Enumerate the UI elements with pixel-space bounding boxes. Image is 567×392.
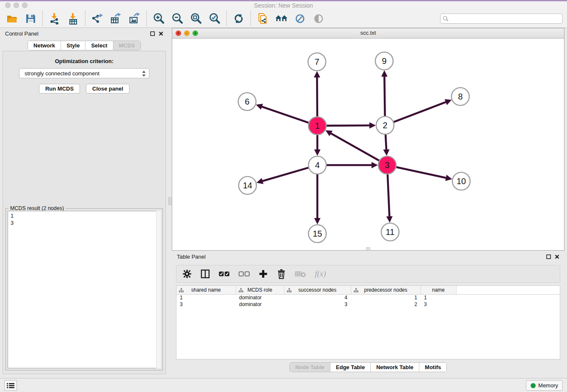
graph-node-15[interactable]: 15 xyxy=(308,225,326,243)
table-row[interactable]: 1 dominator 4 1 1 xyxy=(176,294,560,301)
graph-edge-3-1[interactable] xyxy=(325,130,379,160)
column-header-successor-nodes[interactable]: successor nodes xyxy=(284,286,351,294)
graph-node-9[interactable]: 9 xyxy=(375,52,393,70)
graph-edge-4-14[interactable] xyxy=(256,168,308,184)
graph-node-11[interactable]: 11 xyxy=(381,223,399,241)
zoom-fit-icon[interactable] xyxy=(189,12,203,25)
graph-edge-1-6[interactable] xyxy=(256,104,308,123)
panel-splitter[interactable] xyxy=(168,28,172,376)
search-icon xyxy=(443,16,449,24)
zoom-selected-icon[interactable] xyxy=(208,12,221,25)
graph-edge-4-15[interactable] xyxy=(314,174,321,224)
graph-node-2[interactable]: 2 xyxy=(376,116,394,134)
graph-node-3[interactable]: 3 xyxy=(378,156,396,174)
zoom-in-icon[interactable] xyxy=(152,12,165,25)
graph-edge-1-2[interactable] xyxy=(327,122,376,129)
show-graphics-details-icon[interactable] xyxy=(312,12,325,25)
table-settings-gear-icon[interactable] xyxy=(182,269,192,279)
graph-node-6[interactable]: 6 xyxy=(238,93,256,110)
graph-edge-2-9[interactable] xyxy=(381,70,388,116)
table-row[interactable]: 3 dominator 3 2 3 xyxy=(176,301,560,308)
tab-style[interactable]: Style xyxy=(61,41,85,50)
graph-edge-1-7[interactable] xyxy=(314,71,320,116)
svg-text:10: 10 xyxy=(457,177,466,186)
list-icon xyxy=(7,383,14,389)
column-type-icon xyxy=(179,288,184,294)
import-network-icon[interactable] xyxy=(48,12,61,25)
window-title: Session: New Session xyxy=(0,2,567,9)
mcds-result-box: MCDS result (2 nodes) 1 3 xyxy=(6,208,163,370)
titlebar: Session: New Session xyxy=(0,1,567,9)
float-panel-icon[interactable] xyxy=(150,31,155,36)
run-mcds-button[interactable]: Run MCDS xyxy=(39,84,80,94)
network-view-title: scc.txt xyxy=(172,30,564,36)
result-line: 1 xyxy=(11,212,158,219)
mcds-result-text[interactable]: 1 3 xyxy=(8,211,161,368)
svg-text:15: 15 xyxy=(313,229,322,238)
graph-edge-1-4[interactable] xyxy=(314,135,321,156)
svg-text:11: 11 xyxy=(386,227,395,237)
delete-column-icon[interactable] xyxy=(277,269,286,279)
graph-node-1[interactable]: 1 xyxy=(308,117,326,135)
tab-edge-table[interactable]: Edge Table xyxy=(330,363,371,372)
column-header-empty xyxy=(456,286,560,294)
duplicate-network-icon[interactable] xyxy=(256,12,270,25)
graph-edge-2-8[interactable] xyxy=(394,99,452,122)
svg-text:8: 8 xyxy=(458,92,462,101)
memory-button[interactable]: Memory xyxy=(526,380,563,391)
splitter-grip[interactable] xyxy=(168,197,171,205)
svg-text:9: 9 xyxy=(382,56,386,66)
graph-node-8[interactable]: 8 xyxy=(451,88,469,105)
export-network-icon[interactable] xyxy=(91,12,104,25)
import-table-icon[interactable] xyxy=(66,12,80,25)
graph-edge-3-11[interactable] xyxy=(386,174,393,223)
network-canvas[interactable]: 7968124314101511 xyxy=(172,39,564,250)
tab-node-table[interactable]: Node Table xyxy=(290,363,330,372)
export-table-icon[interactable] xyxy=(109,12,123,25)
search-container xyxy=(440,14,563,24)
node-table-grid: shared name MCDS role successor nodes pr… xyxy=(176,285,560,359)
graph-node-7[interactable]: 7 xyxy=(308,53,326,71)
result-scrollbar[interactable] xyxy=(156,211,161,368)
graph-edge-4-3[interactable] xyxy=(327,162,378,168)
table-header-row: shared name MCDS role successor nodes pr… xyxy=(176,286,560,294)
column-header-shared-name[interactable]: shared name xyxy=(176,286,236,294)
hide-annotations-icon[interactable] xyxy=(293,12,307,25)
table-panel-title: Table Panel xyxy=(177,254,206,260)
tab-select[interactable]: Select xyxy=(85,41,113,50)
column-header-name[interactable]: name xyxy=(421,286,456,294)
select-all-columns-icon[interactable] xyxy=(219,271,230,277)
control-panel-title: Control Panel xyxy=(5,30,39,37)
close-table-panel-icon[interactable] xyxy=(555,254,559,259)
tab-network[interactable]: Network xyxy=(28,41,61,50)
open-session-icon[interactable] xyxy=(5,12,19,25)
graph-edge-3-10[interactable] xyxy=(396,167,452,181)
save-session-icon[interactable] xyxy=(24,12,37,25)
graph-node-14[interactable]: 14 xyxy=(239,177,256,194)
close-panel-button[interactable]: Close panel xyxy=(86,84,129,94)
svg-text:4: 4 xyxy=(315,160,319,170)
show-all-panels-icon[interactable] xyxy=(275,12,288,25)
search-input[interactable] xyxy=(440,14,563,24)
column-header-predecessor-nodes[interactable]: predecessor nodes xyxy=(351,286,421,294)
task-history-button[interactable] xyxy=(4,380,17,391)
zoom-out-icon[interactable] xyxy=(171,12,184,25)
graph-node-4[interactable]: 4 xyxy=(308,156,326,174)
tab-mcds[interactable]: MCDS xyxy=(113,41,140,50)
export-image-icon[interactable] xyxy=(128,12,141,25)
canvas-resize-grip[interactable] xyxy=(366,247,370,250)
show-column-panel-icon[interactable] xyxy=(201,269,210,279)
float-table-panel-icon[interactable] xyxy=(546,254,551,259)
svg-text:1: 1 xyxy=(315,121,319,130)
criterion-dropdown[interactable]: strongly connected component xyxy=(19,68,149,78)
tab-network-table[interactable]: Network Table xyxy=(371,363,419,372)
column-header-mcds-role[interactable]: MCDS role xyxy=(236,286,284,294)
tab-motifs[interactable]: Motifs xyxy=(419,363,446,372)
create-column-icon[interactable] xyxy=(259,269,268,279)
unselect-all-columns-icon[interactable] xyxy=(239,271,250,277)
graph-edge-2-3[interactable] xyxy=(383,135,390,156)
table-toolbar: f(x) xyxy=(176,265,560,283)
close-panel-icon[interactable] xyxy=(159,31,163,36)
graph-node-10[interactable]: 10 xyxy=(452,172,470,190)
apply-layout-icon[interactable] xyxy=(232,12,245,25)
